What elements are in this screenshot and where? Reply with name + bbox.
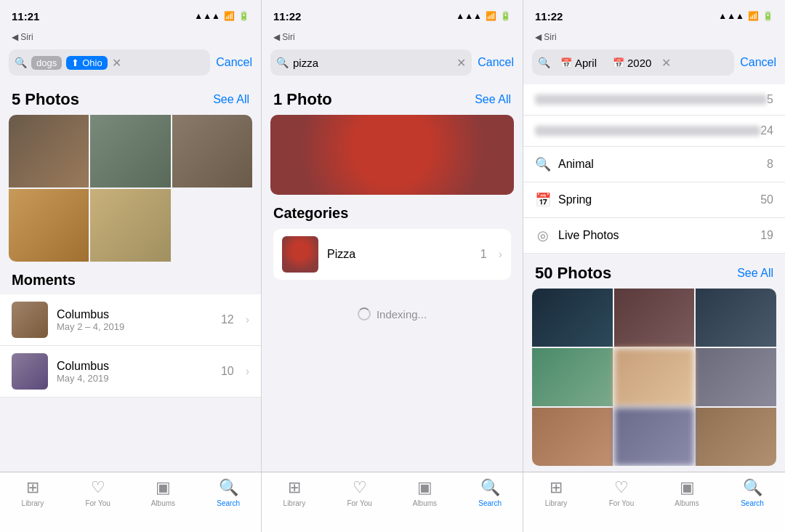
panel-dogs: 11:21 ▲▲▲ 📶 🔋 ◀ Siri 🔍 dogs ⬆Ohio ✕ Canc…: [0, 0, 262, 532]
blurred-row-1[interactable]: 5: [523, 84, 785, 116]
moment-count-2: 10: [221, 365, 234, 378]
dog-photo-2[interactable]: [90, 115, 170, 188]
dog-photo-1[interactable]: [9, 115, 89, 188]
april-photo-6[interactable]: [696, 348, 776, 406]
see-all-3[interactable]: See All: [737, 267, 773, 280]
tab-library-1[interactable]: ⊞ Library: [0, 478, 65, 507]
category-row-pizza[interactable]: Pizza 1 ›: [273, 229, 511, 280]
search-input-wrap-1[interactable]: 🔍 dogs ⬆Ohio ✕: [9, 49, 210, 76]
blurred-row-2[interactable]: 24: [523, 116, 785, 147]
cat-label-livephotos: Live Photos: [558, 229, 753, 242]
tab-albums-2[interactable]: ▣ Albums: [392, 478, 458, 507]
cancel-button-2[interactable]: Cancel: [478, 56, 514, 69]
april-photo-7[interactable]: [532, 408, 613, 466]
search-text-pizza[interactable]: pizza: [293, 57, 452, 69]
april-photo-9[interactable]: [696, 408, 776, 466]
signal-icon-1: ▲▲▲: [194, 11, 220, 21]
tab-foryou-1[interactable]: ♡ For You: [65, 478, 131, 507]
tab-library-2[interactable]: ⊞ Library: [262, 478, 327, 507]
search-tag-2020: 📅 2020: [607, 55, 657, 71]
blurred-count-2: 24: [760, 124, 773, 137]
tab-label-search-1: Search: [217, 499, 240, 507]
battery-icon-1: 🔋: [238, 11, 249, 21]
category-thumb-inner: [282, 236, 318, 273]
search-clear-2[interactable]: ✕: [456, 56, 466, 70]
tab-foryou-3[interactable]: ♡ For You: [589, 478, 654, 507]
search-tab-icon-2: 🔍: [480, 478, 500, 497]
cancel-button-3[interactable]: Cancel: [740, 56, 776, 69]
photos-count-1: 5 Photos: [12, 90, 79, 109]
tab-search-3[interactable]: 🔍 Search: [720, 478, 785, 507]
albums-icon-3: ▣: [680, 478, 695, 497]
search-clear-3[interactable]: ✕: [661, 56, 671, 70]
library-icon-2: ⊞: [288, 478, 301, 497]
tab-albums-3[interactable]: ▣ Albums: [654, 478, 720, 507]
dog-photo-4[interactable]: [9, 189, 89, 262]
april-photo-3[interactable]: [696, 289, 776, 347]
pizza-photo-inner: [270, 115, 514, 195]
status-icons-3: ▲▲▲ 📶 🔋: [718, 11, 773, 21]
moment-date-1: May 2 – 4, 2019: [57, 321, 212, 332]
calendar-icon-april: 📅: [560, 57, 572, 68]
moment-chevron-1: ›: [246, 313, 249, 326]
blurred-text-1: [535, 94, 767, 105]
tab-bar-2: ⊞ Library ♡ For You ▣ Albums 🔍 Search: [262, 472, 523, 532]
calendar-icon-spring: 📅: [535, 192, 551, 208]
search-tag-april: 📅 April: [555, 55, 603, 71]
pizza-photo[interactable]: [270, 115, 514, 195]
cat-row-spring[interactable]: 📅 Spring 50: [523, 182, 785, 218]
april-photo-4[interactable]: [532, 348, 613, 406]
foryou-icon-1: ♡: [91, 478, 105, 497]
dog-photo-3[interactable]: [172, 115, 252, 188]
tab-search-1[interactable]: 🔍 Search: [196, 478, 261, 507]
search-bar-3: 🔍 📅 April 📅 2020 ✕ Cancel: [523, 44, 785, 81]
albums-icon-1: ▣: [156, 478, 171, 497]
april-photo-2[interactable]: [614, 289, 695, 347]
tab-library-3[interactable]: ⊞ Library: [523, 478, 589, 507]
april-photo-1[interactable]: [532, 289, 613, 347]
search-clear-1[interactable]: ✕: [112, 56, 121, 70]
moment-row-2[interactable]: Columbus May 4, 2019 10 ›: [0, 346, 261, 398]
see-all-1[interactable]: See All: [213, 93, 249, 106]
indexing-text: Indexing...: [377, 308, 427, 321]
search-input-wrap-2[interactable]: 🔍 pizza ✕: [270, 49, 472, 76]
siri-label-3: ◀ Siri: [523, 32, 785, 44]
search-input-wrap-3[interactable]: 🔍 📅 April 📅 2020 ✕: [532, 49, 734, 76]
category-rows: 🔍 Animal 8 📅 Spring 50 ◎ Live Photos 19: [523, 147, 785, 254]
april-photo-5[interactable]: [614, 348, 695, 406]
april-photo-grid: [532, 289, 776, 466]
photos-count-2: 1 Photo: [273, 90, 332, 109]
cancel-button-1[interactable]: Cancel: [216, 56, 252, 69]
tab-foryou-2[interactable]: ♡ For You: [327, 478, 392, 507]
tab-label-foryou-2: For You: [347, 499, 371, 507]
search-tag-ohio: ⬆Ohio: [66, 56, 107, 70]
tab-search-2[interactable]: 🔍 Search: [457, 478, 523, 507]
tab-label-albums-3: Albums: [675, 499, 699, 507]
see-all-2[interactable]: See All: [475, 93, 511, 106]
cat-row-animal[interactable]: 🔍 Animal 8: [523, 147, 785, 182]
category-chevron-pizza: ›: [499, 248, 502, 261]
moment-chevron-2: ›: [246, 365, 249, 378]
blurred-count-1: 5: [767, 93, 773, 106]
category-name-pizza: Pizza: [327, 248, 472, 261]
moment-row-1[interactable]: Columbus May 2 – 4, 2019 12 ›: [0, 294, 261, 346]
moments-section: Moments Columbus May 2 – 4, 2019 12 › Co…: [0, 262, 261, 398]
dog-photo-5[interactable]: [90, 189, 170, 262]
panel-pizza: 11:22 ▲▲▲ 📶 🔋 ◀ Siri 🔍 pizza ✕ Cancel 1 …: [262, 0, 523, 532]
foryou-icon-2: ♡: [353, 478, 367, 497]
categories-section: Categories Pizza 1 ›: [262, 195, 523, 286]
library-icon-3: ⊞: [550, 478, 563, 497]
battery-icon-3: 🔋: [762, 11, 773, 21]
tab-albums-1[interactable]: ▣ Albums: [131, 478, 196, 507]
cat-row-livephotos[interactable]: ◎ Live Photos 19: [523, 218, 785, 254]
loading-spinner: [358, 307, 371, 321]
indexing-row: Indexing...: [262, 286, 523, 342]
moment-city-2: Columbus: [57, 360, 212, 373]
search-bar-1: 🔍 dogs ⬆Ohio ✕ Cancel: [0, 44, 261, 81]
library-icon-1: ⊞: [26, 478, 39, 497]
photos-header-1: 5 Photos See All: [0, 81, 261, 115]
tab-label-foryou-3: For You: [609, 499, 634, 507]
tab-label-search-2: Search: [478, 499, 502, 507]
search-tab-icon-1: 🔍: [219, 478, 238, 497]
april-photo-8[interactable]: [614, 408, 695, 466]
